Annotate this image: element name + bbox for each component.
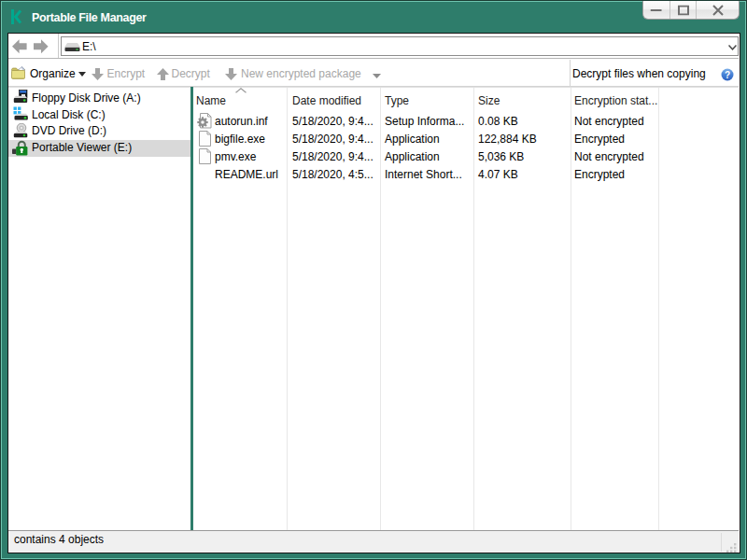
svg-text:?: ? [725,70,730,80]
